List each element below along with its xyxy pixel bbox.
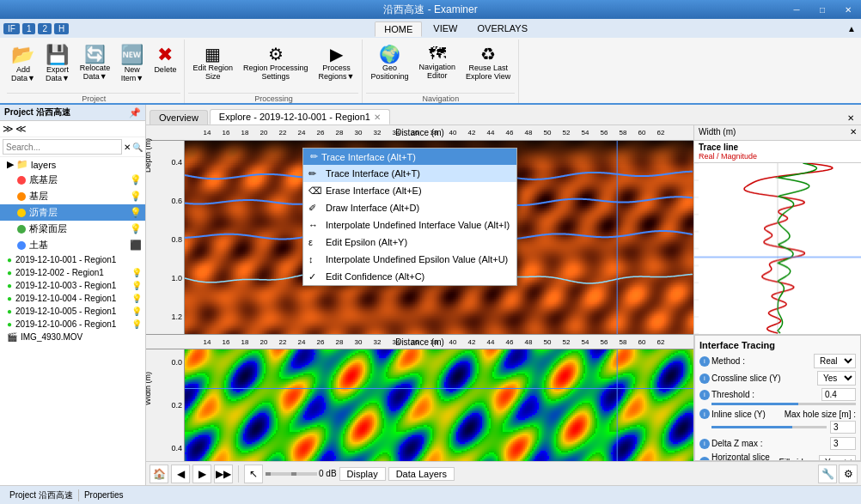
ctx-item-draw[interactable]: ✐ Draw Interface (Alt+D) [303,199,516,216]
maximize-btn[interactable]: □ [809,0,835,19]
tool-extra-1[interactable]: 🔧 [818,465,837,483]
seismic-canvas-bottom [185,349,693,461]
add-data-btn[interactable]: 📂 AddData▼ [7,41,40,86]
width-label: Width (m) [146,372,152,405]
deltaz-label: Delta Z max : [711,439,828,448]
tool-home-btn[interactable]: 🏠 [150,465,168,483]
tab-home[interactable]: HOME [375,21,422,37]
tree-item-基层[interactable]: 基层 💡 [0,188,145,204]
tab-overlays[interactable]: OVERLAYS [468,21,536,35]
new-item-btn[interactable]: 🆕 NewItem▼ [116,41,148,86]
bottom-toolbar: 🏠 ◀ ▶ ▶▶ ↖ 0 dB Display Data Layers 🔧 ⚙ [146,461,861,485]
sidebar-fwd-icon[interactable]: ≪ [15,123,27,135]
ribbon-collapse-btn[interactable]: ▲ [842,23,861,34]
sidebar-header: Project 沿西高速 📌 [0,105,145,121]
reuse-explore-view-btn[interactable]: ♻ Reuse LastExplore View [461,41,515,84]
group-label-processing: Processing [188,93,358,103]
region-processing-settings-btn[interactable]: ⚙ Region ProcessingSettings [239,41,313,84]
edit-region-size-btn[interactable]: ▦ Edit RegionSize [188,41,237,84]
ctx-item-interpolate-epsilon[interactable]: ↕ Interpolate Undefined Epsilon Value (A… [303,251,516,268]
sidebar-search-input[interactable] [3,139,122,155]
seismic-bottom-view[interactable]: 0.0 0.2 0.4 [146,349,693,461]
qat-if-btn[interactable]: IF [3,23,20,34]
close-right-panel-btn[interactable]: ✕ [850,127,857,138]
deltaz-input[interactable] [830,437,856,450]
tree-item-region6[interactable]: ● 2019-12-10-006 - Region1 💡 [0,318,145,331]
data-layers-btn[interactable]: Data Layers [388,467,455,481]
threshold-info-icon[interactable]: i [699,390,710,400]
max-hole-input[interactable] [830,421,856,434]
delete-btn[interactable]: ✖ Delete [150,41,180,77]
ribbon: IF 1 2 H HOME VIEW OVERLAYS ▲ 📂 AddData▼… [0,19,861,105]
ctx-item-edit-epsilon[interactable]: ε Edit Epsilon (Alt+Y) [303,234,516,251]
ctx-header-icon: ✏ [310,151,318,162]
tab-close-icon[interactable]: ✕ [374,112,381,122]
trace-header: Trace line Real / Magnitude [694,141,861,163]
right-panel-header: Width (m) ✕ [694,125,861,141]
inline-info-icon[interactable]: i [699,409,710,419]
export-data-btn[interactable]: 💾 ExportData▼ [41,41,74,86]
trace-canvas [694,163,861,334]
tree-item-layers[interactable]: ▶ 📁 layers [0,157,145,172]
qat-1-btn[interactable]: 1 [22,23,36,34]
content-area: Overview Explore - 2019-12-10-001 - Regi… [146,105,861,485]
method-info-icon[interactable]: i [699,356,710,367]
sidebar-toolbar: ≫ ≪ [0,121,145,137]
sidebar-back-icon[interactable]: ≫ [3,123,14,135]
tool-extra-2[interactable]: ⚙ [839,465,858,483]
tool-select-btn[interactable]: ↖ [244,465,263,483]
navigation-editor-btn[interactable]: 🗺 NavigationEditor [414,41,460,83]
trace-sub: Real / Magnitude [699,152,857,161]
qat-2-btn[interactable]: 2 [38,23,52,34]
distance-ruler-top: Distance (m) 14 16 18 20 22 24 26 28 30 … [146,125,693,141]
tree-item-底基层[interactable]: 底基层 💡 [0,172,145,188]
close-btn[interactable]: ✕ [835,0,861,19]
right-panel: Width (m) ✕ Trace line Real / Magnitude … [693,125,861,461]
fill-sides-select[interactable]: YesNo [819,455,856,462]
method-select[interactable]: RealImag [814,354,856,368]
crossline-select[interactable]: YesNo [817,371,856,386]
display-btn[interactable]: Display [339,467,386,481]
threshold-input[interactable] [821,388,856,401]
sidebar-pin-icon[interactable]: 📌 [129,107,141,118]
tab-overview[interactable]: Overview [150,110,208,124]
process-regions-btn[interactable]: ▶ ProcessRegions▼ [314,41,358,84]
tree-item-region5[interactable]: ● 2019-12-10-005 - Region1 💡 [0,305,145,318]
tool-next-btn[interactable]: ▶▶ [214,465,233,483]
sidebar-search-icon[interactable]: 🔍 [132,143,143,152]
ctx-header-label: Trace Interface (Alt+T) [321,152,416,162]
tool-play-btn[interactable]: ▶ [192,465,211,483]
ctx-item-interpolate-undefined[interactable]: ↔ Interpolate Undefined Interface Value … [303,216,516,234]
minimize-btn[interactable]: ─ [784,0,809,19]
width-axis: 0.0 0.2 0.4 [146,349,185,461]
tree-item-土基[interactable]: 土基 ⬛ [0,237,145,253]
tool-prev-btn[interactable]: ◀ [171,465,190,483]
tab-view[interactable]: VIEW [424,21,466,35]
tool-ruler[interactable] [266,472,317,476]
ctx-item-erase[interactable]: ⌫ Erase Interface (Alt+E) [303,182,516,199]
tree-item-region2[interactable]: ● 2019-12-002 - Region1 💡 [0,266,145,279]
tree-item-region4[interactable]: ● 2019-12-10-004 - Region1 💡 [0,292,145,305]
tab-explore-label: Explore - 2019-12-10-001 - Region1 [219,112,370,122]
ctx-header: ✏ Trace Interface (Alt+T) [303,149,516,165]
ctx-item-trace[interactable]: ✏ Trace Interface (Alt+T) [303,165,516,182]
geo-positioning-btn[interactable]: 🌍 GeoPositioning [366,41,412,84]
tree-item-region3[interactable]: ● 2019-12-10-003 - Region1 💡 [0,279,145,292]
group-label-project: Project [7,93,180,103]
crossline-info-icon[interactable]: i [699,373,710,384]
tree-item-沥青层[interactable]: 沥青层 💡 [0,204,145,221]
deltaz-info-icon[interactable]: i [699,439,710,449]
horizontal-label: Horizontal slice (Y) [711,452,778,461]
interface-tracing-panel: Interface Tracing i Method : RealImag i … [694,335,861,461]
qat-h-btn[interactable]: H [54,23,69,34]
sidebar-clear-icon[interactable]: ✕ [124,143,131,152]
it-title: Interface Tracing [699,340,856,350]
tree-item-video[interactable]: 🎬 IMG_4930.MOV [0,331,145,343]
tree-item-region1[interactable]: ● 2019-12-10-001 - Region1 [0,253,145,266]
tab-explore[interactable]: Explore - 2019-12-10-001 - Region1 ✕ [210,109,390,124]
relocate-data-btn[interactable]: 🔄 RelocateData▼ [76,41,115,84]
ctx-item-edit-confidence[interactable]: ✓ Edit Confidence (Alt+C) [303,268,516,285]
sidebar-title: Project 沿西高速 [4,106,70,118]
close-all-btn[interactable]: ✕ [844,112,858,124]
tree-item-桥梁面层[interactable]: 桥梁面层 💡 [0,221,145,237]
